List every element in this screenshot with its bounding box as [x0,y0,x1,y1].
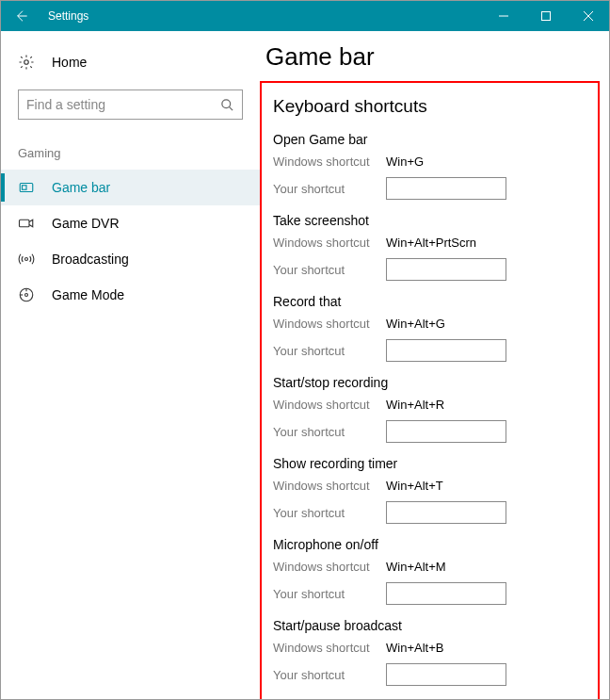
broadcasting-icon [18,251,35,268]
shortcut-block: Show recording timerWindows shortcutWin+… [273,456,586,526]
body-area: Home Find a setting Gaming Game bar Game… [1,31,609,699]
row-label-windows: Windows shortcut [273,560,386,574]
sidebar-item-game-bar[interactable]: Game bar [1,170,260,205]
shortcut-block: Start/pause broadcastWindows shortcutWin… [273,618,586,688]
row-label-windows: Windows shortcut [273,155,386,169]
your-shortcut-row: Your shortcut [273,499,586,526]
category-label: Gaming [1,146,260,170]
shortcut-block: Open Game barWindows shortcutWin+GYour s… [273,132,586,202]
home-label: Home [52,55,87,70]
row-label-your: Your shortcut [273,587,386,601]
your-shortcut-input[interactable] [386,339,506,362]
your-shortcut-input[interactable] [386,663,506,686]
svg-point-12 [25,294,28,297]
your-shortcut-row: Your shortcut [273,580,586,607]
windows-shortcut-row: Windows shortcutWin+Alt+R [273,394,586,415]
window-controls [482,1,609,31]
shortcut-name: Start/pause broadcast [273,618,586,633]
svg-point-5 [222,99,231,107]
shortcut-name: Microphone on/off [273,537,586,552]
windows-shortcut-value: Win+Alt+R [386,398,444,412]
keyboard-shortcuts-section: Keyboard shortcuts Open Game barWindows … [260,81,600,699]
svg-rect-1 [541,12,550,21]
close-button[interactable] [567,1,609,31]
game-dvr-icon [18,215,35,232]
game-bar-icon [18,179,35,196]
minimize-button[interactable] [482,1,524,31]
windows-shortcut-row: Windows shortcutWin+Alt+PrtScrn [273,232,586,252]
windows-shortcut-row: Windows shortcutWin+Alt+T [273,475,586,496]
your-shortcut-input[interactable] [386,501,506,524]
nav-label: Game bar [52,180,110,195]
your-shortcut-row: Your shortcut [273,175,586,202]
shortcut-block: Microphone on/offWindows shortcutWin+Alt… [273,537,586,607]
close-icon [584,11,593,21]
maximize-icon [541,11,551,21]
shortcut-block: Record thatWindows shortcutWin+Alt+GYour… [273,294,586,364]
maximize-button[interactable] [524,1,567,31]
shortcut-name: Show recording timer [273,456,586,471]
shortcut-name: Take screenshot [273,213,586,228]
game-mode-icon [18,286,35,303]
sidebar: Home Find a setting Gaming Game bar Game… [1,31,260,699]
sidebar-item-broadcasting[interactable]: Broadcasting [1,241,260,277]
row-label-windows: Windows shortcut [273,398,386,412]
row-label-your: Your shortcut [273,506,386,520]
windows-shortcut-value: Win+Alt+M [386,560,446,574]
minimize-icon [499,11,508,21]
search-icon [220,98,234,112]
row-label-windows: Windows shortcut [273,317,386,331]
page-title: Game bar [260,42,609,72]
title-left-group: Settings [1,1,88,31]
svg-rect-8 [23,186,27,190]
windows-shortcut-value: Win+Alt+T [386,479,443,493]
row-label-your: Your shortcut [273,425,386,439]
row-label-windows: Windows shortcut [273,641,386,655]
row-label-windows: Windows shortcut [273,236,386,250]
your-shortcut-input[interactable] [386,258,506,281]
windows-shortcut-value: Win+Alt+G [386,317,445,331]
title-bar: Settings [1,1,609,31]
app-title: Settings [48,9,88,23]
svg-point-4 [24,60,29,65]
gear-icon [18,54,35,71]
search-input[interactable]: Find a setting [18,90,243,120]
svg-point-10 [25,258,28,261]
sidebar-item-game-mode[interactable]: Game Mode [1,277,260,313]
shortcut-name: Record that [273,294,586,309]
nav-label: Game DVR [52,216,120,231]
home-nav[interactable]: Home [1,48,260,76]
your-shortcut-input[interactable] [386,177,506,200]
your-shortcut-row: Your shortcut [273,661,586,688]
windows-shortcut-value: Win+Alt+B [386,641,443,655]
arrow-left-icon [13,8,28,24]
row-label-your: Your shortcut [273,668,386,682]
shortcut-list: Open Game barWindows shortcutWin+GYour s… [273,132,586,699]
shortcut-block: Start/stop recordingWindows shortcutWin+… [273,375,586,445]
your-shortcut-input[interactable] [386,582,506,605]
back-button[interactable] [1,1,40,31]
windows-shortcut-row: Windows shortcutWin+Alt+B [273,637,586,658]
sidebar-item-game-dvr[interactable]: Game DVR [1,205,260,241]
windows-shortcut-row: Windows shortcutWin+Alt+G [273,313,586,334]
row-label-your: Your shortcut [273,344,386,358]
windows-shortcut-row: Windows shortcutWin+G [273,151,586,171]
content-area: Game bar Keyboard shortcuts Open Game ba… [260,31,609,699]
nav-label: Game Mode [52,287,124,302]
svg-rect-9 [20,220,30,227]
shortcut-name: Open Game bar [273,132,586,147]
your-shortcut-row: Your shortcut [273,256,586,283]
windows-shortcut-value: Win+Alt+PrtScrn [386,236,476,250]
your-shortcut-row: Your shortcut [273,337,586,364]
shortcut-name: Start/stop recording [273,375,586,390]
your-shortcut-row: Your shortcut [273,418,586,445]
svg-line-6 [229,106,233,110]
nav-label: Broadcasting [52,252,129,267]
windows-shortcut-row: Windows shortcutWin+Alt+M [273,556,586,577]
shortcut-block: Take screenshotWindows shortcutWin+Alt+P… [273,213,586,283]
your-shortcut-input[interactable] [386,420,506,443]
search-placeholder: Find a setting [26,97,105,112]
row-label-windows: Windows shortcut [273,479,386,493]
row-label-your: Your shortcut [273,182,386,196]
row-label-your: Your shortcut [273,263,386,277]
